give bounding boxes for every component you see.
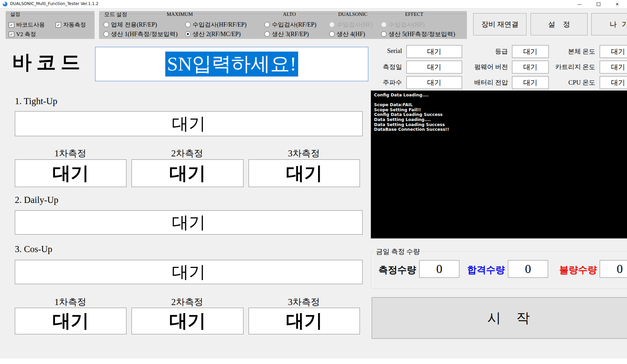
checkbox-auto-measure[interactable]: ✓ 자동측정 bbox=[56, 21, 86, 29]
radio-import-inspection-dualsonic: 수입검사(HF) bbox=[329, 21, 373, 29]
mode-group-title: 모드 설정 bbox=[103, 11, 129, 18]
bottom-strip bbox=[0, 359, 627, 364]
section-title-tight-up: 1. Tight-Up bbox=[15, 96, 57, 107]
radio-icon bbox=[264, 22, 270, 27]
radio-selected-icon bbox=[185, 31, 191, 37]
minimize-icon: — bbox=[577, 2, 582, 7]
daily-count-groupbox: 금일 측정 수량 측정수량 0 합격수량 0 불량수량 0 bbox=[371, 248, 627, 289]
radio-icon bbox=[381, 22, 387, 27]
status-label-frequency: 주파수 bbox=[351, 78, 402, 87]
daily-up-status-box: 대기 bbox=[15, 210, 363, 235]
radio-label: 생산 2(RF/MC/EP) bbox=[193, 30, 241, 38]
window-title: DUALSONIC_Multi_Function_Tester Ver.1.1.… bbox=[10, 1, 98, 6]
radio-label: 생산 5(HF측정/정보입력) bbox=[389, 30, 455, 38]
app-icon bbox=[3, 2, 7, 6]
fail-count-label: 불량수량 bbox=[559, 264, 597, 276]
radio-icon bbox=[185, 22, 191, 27]
console-line: Data Setting Loading Success bbox=[374, 122, 627, 127]
measured-count-label: 측정수량 bbox=[378, 264, 416, 276]
radio-icon bbox=[381, 31, 387, 37]
minimize-button[interactable]: — bbox=[572, 0, 587, 8]
radio-icon bbox=[104, 22, 109, 27]
radio-vendor-only[interactable]: 업체 전용(RF/EP) bbox=[104, 21, 157, 29]
status-label-battery-voltage: 배터리 전압 bbox=[442, 78, 508, 87]
mode-header-maximum: MAXIMUM bbox=[164, 11, 195, 17]
radio-import-inspection-effect: 수입검사(HF) bbox=[381, 21, 425, 29]
status-value-cartridge-temp: 대기 bbox=[600, 61, 627, 73]
radio-import-inspection-maximum[interactable]: 수입검사(HF/RF/EP) bbox=[185, 21, 247, 29]
reconnect-device-button[interactable]: 장비 재연결 bbox=[473, 13, 526, 35]
daily-count-group-title: 금일 측정 수량 bbox=[374, 248, 422, 255]
status-label-measure-date: 측정일 bbox=[351, 63, 402, 71]
radio-production-1[interactable]: 생산 1(HF측정/정보입력) bbox=[104, 30, 178, 38]
console-line: Scope Setting Fail!! bbox=[374, 108, 627, 113]
radio-label: 업체 전용(RF/EP) bbox=[111, 21, 157, 29]
status-value-cpu-temp: 대기 bbox=[600, 76, 627, 89]
pass-count-value: 0 bbox=[508, 260, 548, 278]
status-label-cpu-temp: CPU 온도 bbox=[531, 78, 595, 87]
section-title-daily-up: 2. Daily-Up bbox=[15, 195, 58, 205]
restore-icon bbox=[597, 2, 600, 6]
radio-import-inspection-alto[interactable]: 수입검사(RF/EP) bbox=[264, 21, 316, 29]
settings-button[interactable]: 설 정 bbox=[531, 13, 588, 35]
radio-production-5[interactable]: 생산 5(HF측정/정보입력) bbox=[381, 30, 455, 38]
status-label-body-temp: 본체 온도 bbox=[531, 47, 595, 56]
checkbox-barcode-use[interactable]: ✓ 바코드사용 bbox=[9, 21, 45, 29]
mode-header-dualsonic: DUALSONIC bbox=[336, 11, 370, 17]
radio-production-4[interactable]: 생산 4(HF) bbox=[329, 30, 365, 38]
mode-groupbox: 모드 설정 MAXIMUM ALTO DUALSONIC EFFECT 업체 전… bbox=[99, 11, 467, 39]
checkbox-checked-icon: ✓ bbox=[56, 22, 61, 28]
close-button[interactable]: ✕ bbox=[610, 0, 625, 8]
measure2-status-box-row1: 대기 bbox=[132, 159, 244, 187]
radio-icon bbox=[264, 31, 270, 37]
settings-group-title: 설정 bbox=[8, 11, 22, 18]
console-line: Config Data Loading.... bbox=[374, 93, 627, 98]
measure1-label-row1: 1차측정 bbox=[15, 147, 126, 159]
pass-count-label: 합격수량 bbox=[467, 264, 505, 276]
radio-production-2[interactable]: 생산 2(RF/MC/EP) bbox=[185, 30, 241, 38]
measure2-label-row2: 2차측정 bbox=[132, 296, 243, 308]
status-label-grade: 등급 bbox=[442, 47, 508, 56]
radio-label: 생산 3(RF/EP) bbox=[272, 30, 309, 38]
status-value-body-temp: 대기 bbox=[600, 45, 627, 58]
mode-header-effect: EFFECT bbox=[403, 11, 426, 17]
radio-icon bbox=[329, 31, 335, 37]
console-line bbox=[374, 98, 627, 103]
measure1-status-box-row2: 대기 bbox=[15, 308, 126, 334]
console-line: Config Data Loading Success bbox=[374, 112, 627, 117]
restore-button[interactable] bbox=[591, 0, 606, 8]
measured-count-value: 0 bbox=[419, 260, 459, 278]
console-line: DataBase Connection Success!! bbox=[374, 127, 627, 132]
radio-icon bbox=[329, 22, 335, 27]
status-label-serial: Serial bbox=[351, 47, 402, 55]
measure3-status-box-row2: 대기 bbox=[249, 308, 360, 334]
status-label-cartridge-temp: 카트리지 온도 bbox=[531, 63, 595, 71]
measure1-status-box-row1: 대기 bbox=[15, 159, 126, 187]
measure3-status-box-row1: 대기 bbox=[249, 159, 360, 187]
barcode-label: 바코드 bbox=[12, 49, 85, 75]
title-bar: DUALSONIC_Multi_Function_Tester Ver.1.1.… bbox=[0, 0, 627, 8]
radio-label: 생산 1(HF측정/정보입력) bbox=[111, 30, 178, 38]
measure1-label-row2: 1차측정 bbox=[15, 296, 126, 308]
cos-up-status-box: 대기 bbox=[15, 260, 363, 284]
app-window: DUALSONIC_Multi_Function_Tester Ver.1.1.… bbox=[0, 0, 627, 364]
radio-icon bbox=[104, 31, 109, 37]
checkbox-checked-icon: ✓ bbox=[9, 32, 14, 37]
checkbox-v2-measure[interactable]: ✓ V2 측정 bbox=[9, 30, 36, 38]
barcode-input-selected-text: SN입력하세요! bbox=[165, 52, 298, 77]
fail-count-value: 0 bbox=[600, 260, 627, 278]
radio-label: 생산 4(HF) bbox=[337, 30, 365, 38]
console-line: Scope Data:FAIL bbox=[374, 102, 627, 108]
radio-label: 수입검사(RF/EP) bbox=[272, 21, 316, 29]
exit-button[interactable]: 나 가 기 bbox=[591, 13, 627, 35]
barcode-input[interactable]: SN입력하세요! bbox=[95, 47, 368, 81]
measure2-status-box-row2: 대기 bbox=[132, 308, 244, 334]
radio-production-3[interactable]: 생산 3(RF/EP) bbox=[264, 30, 309, 38]
checkbox-label: V2 측정 bbox=[16, 30, 36, 38]
measure2-label-row1: 2차측정 bbox=[132, 147, 243, 159]
settings-groupbox: 설정 ✓ 바코드사용 ✓ 자동측정 ✓ V2 측정 bbox=[6, 11, 94, 39]
console-log[interactable]: Config Data Loading.... Scope Data:FAIL … bbox=[371, 90, 627, 239]
checkbox-label: 자동측정 bbox=[63, 21, 86, 29]
measure3-label-row1: 3차측정 bbox=[249, 147, 359, 159]
start-button[interactable]: 시 작 bbox=[372, 297, 627, 339]
